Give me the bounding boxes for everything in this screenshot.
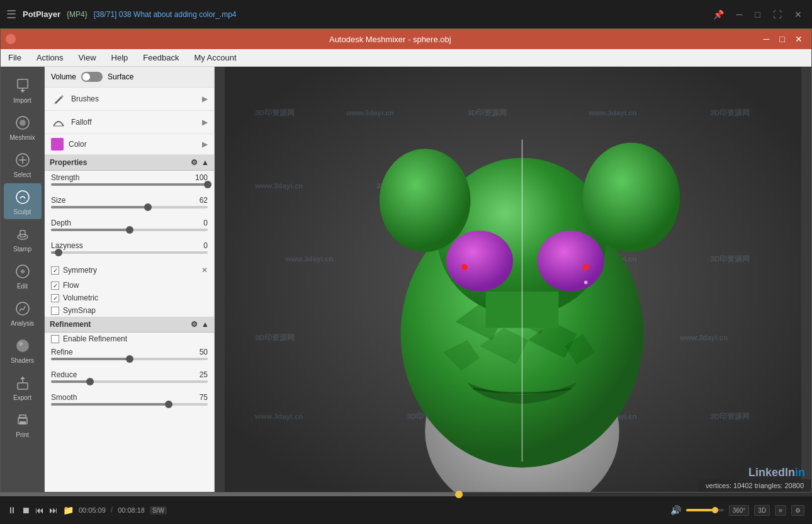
volume-thumb[interactable] xyxy=(712,507,718,513)
sidebar-item-analysis[interactable]: Analysis xyxy=(4,295,42,331)
volume-surface-toggle[interactable] xyxy=(81,72,103,82)
smooth-value: 75 xyxy=(200,393,208,402)
strength-thumb[interactable] xyxy=(204,181,211,188)
color-item[interactable]: Color ▶ xyxy=(45,134,214,155)
svg-point-10 xyxy=(16,302,29,315)
close-button[interactable]: ✕ xyxy=(791,8,806,21)
stop-button[interactable]: ⏹ xyxy=(21,505,30,515)
svg-rect-13 xyxy=(18,383,28,389)
maximize-button[interactable]: □ xyxy=(752,8,764,21)
import-icon xyxy=(13,76,33,96)
strength-row: Strength 100 xyxy=(45,171,214,193)
mm-restore-button[interactable]: □ xyxy=(776,33,789,45)
sidebar-item-edit[interactable]: Edit xyxy=(4,258,42,293)
properties-settings-icon[interactable]: ⚙ xyxy=(191,158,198,167)
smooth-row: Smooth 75 xyxy=(45,390,214,413)
app-name: PotPlayer xyxy=(23,9,60,19)
falloff-item[interactable]: Falloff ▶ xyxy=(45,111,214,134)
properties-controls: ⚙ ▲ xyxy=(191,158,209,167)
depth-thumb[interactable] xyxy=(126,226,133,234)
enable-refinement-checkbox[interactable] xyxy=(51,335,59,343)
svg-text:3D印资源网: 3D印资源网 xyxy=(255,333,295,341)
sidebar-label-sculpt: Sculpt xyxy=(14,208,31,215)
refine-label: Refine xyxy=(51,348,73,356)
svg-point-49 xyxy=(461,264,468,270)
volume-icon[interactable]: 🔊 xyxy=(670,505,681,515)
menu-view[interactable]: View xyxy=(76,52,99,64)
sidebar-item-import[interactable]: Import xyxy=(4,72,42,108)
size-label: Size xyxy=(51,196,65,205)
sidebar-label-stamp: Stamp xyxy=(13,246,31,253)
lazyness-slider[interactable] xyxy=(51,251,208,254)
meshmixer-app-icon xyxy=(6,34,16,44)
badge-list-button[interactable]: ≡ xyxy=(775,505,786,516)
media-format: {MP4} xyxy=(67,10,87,19)
properties-collapse-icon[interactable]: ▲ xyxy=(201,158,209,167)
sidebar-item-export[interactable]: Export xyxy=(4,369,42,405)
volume-bar[interactable] xyxy=(686,509,724,511)
svg-point-48 xyxy=(446,231,513,291)
refine-slider[interactable] xyxy=(51,358,208,360)
subtitle-badge[interactable]: S/W xyxy=(150,506,167,515)
menu-help[interactable]: Help xyxy=(109,52,131,64)
color-arrow-icon: ▶ xyxy=(202,140,208,149)
reduce-thumb[interactable] xyxy=(86,378,94,385)
depth-row: Depth 0 xyxy=(45,216,214,239)
badge-3d-button[interactable]: 3D xyxy=(754,505,770,516)
lazyness-thumb[interactable] xyxy=(55,249,62,256)
size-fill xyxy=(51,206,148,208)
smooth-slider[interactable] xyxy=(51,403,208,406)
media-title: [38/71] 038 What about adding color_.mp4 xyxy=(94,10,703,19)
enable-refinement-row: Enable Refinement xyxy=(45,333,214,345)
badge-360-button[interactable]: 360° xyxy=(729,505,750,516)
symmetry-checkbox[interactable] xyxy=(51,266,59,275)
3d-viewport[interactable]: 3D印资源网 www.3dayi.cn 3D印资源网 www.3dayi.cn … xyxy=(215,67,811,492)
smooth-thumb[interactable] xyxy=(165,401,172,408)
fullscreen-button[interactable]: ⛶ xyxy=(769,8,786,21)
menu-file[interactable]: File xyxy=(6,52,24,64)
sidebar-item-print[interactable]: Print xyxy=(4,406,42,442)
brushes-item[interactable]: Brushes ▶ xyxy=(45,88,214,111)
flow-checkbox[interactable] xyxy=(51,282,59,290)
meshmixer-content: Import Meshmix Select xyxy=(1,67,811,492)
pin-button[interactable]: 📌 xyxy=(709,8,728,21)
sidebar-label-meshmix: Meshmix xyxy=(9,134,35,141)
sidebar-item-sculpt[interactable]: Sculpt xyxy=(4,183,42,219)
menu-actions[interactable]: Actions xyxy=(34,52,66,64)
size-thumb[interactable] xyxy=(144,203,152,211)
svg-text:www.3dayi.cn: www.3dayi.cn xyxy=(679,334,728,341)
svg-text:www.3dayi.cn: www.3dayi.cn xyxy=(589,109,637,117)
sidebar-item-shaders[interactable]: Shaders xyxy=(4,332,42,368)
symmetry-settings-icon[interactable]: ✕ xyxy=(201,266,208,275)
sidebar-item-select[interactable]: Select xyxy=(4,146,42,182)
symsnap-checkbox[interactable] xyxy=(51,307,59,315)
badge-settings-button[interactable]: ⚙ xyxy=(791,505,804,516)
smooth-fill xyxy=(51,403,169,406)
time-separator: / xyxy=(111,506,113,515)
sidebar-item-meshmix[interactable]: Meshmix xyxy=(4,109,42,145)
properties-header: Properties ⚙ ▲ xyxy=(45,155,214,171)
size-slider[interactable] xyxy=(51,206,208,208)
menu-my-account[interactable]: My Account xyxy=(191,52,239,64)
refinement-collapse-icon[interactable]: ▲ xyxy=(201,320,209,329)
play-pause-button[interactable]: ⏸ xyxy=(8,505,16,515)
menu-icon[interactable]: ☰ xyxy=(6,8,16,21)
volumetric-checkbox[interactable] xyxy=(51,294,59,302)
strength-slider[interactable] xyxy=(51,183,208,186)
reduce-slider[interactable] xyxy=(51,380,208,383)
svg-text:www.3dayi.cn: www.3dayi.cn xyxy=(254,413,303,420)
size-value: 62 xyxy=(200,196,208,205)
sidebar-item-stamp[interactable]: Stamp xyxy=(4,220,42,256)
minimize-button[interactable]: ─ xyxy=(733,8,747,21)
mm-close-button[interactable]: ✕ xyxy=(791,33,806,45)
refine-thumb[interactable] xyxy=(126,355,133,363)
menu-feedback[interactable]: Feedback xyxy=(140,52,181,64)
progress-bar[interactable] xyxy=(0,493,812,496)
prev-button[interactable]: ⏮ xyxy=(35,505,44,515)
mm-minimize-button[interactable]: ─ xyxy=(760,33,774,45)
progress-thumb[interactable] xyxy=(455,491,463,498)
open-button[interactable]: 📁 xyxy=(63,505,74,515)
depth-slider[interactable] xyxy=(51,229,208,231)
refinement-settings-icon[interactable]: ⚙ xyxy=(191,320,198,329)
next-button[interactable]: ⏭ xyxy=(49,505,58,515)
